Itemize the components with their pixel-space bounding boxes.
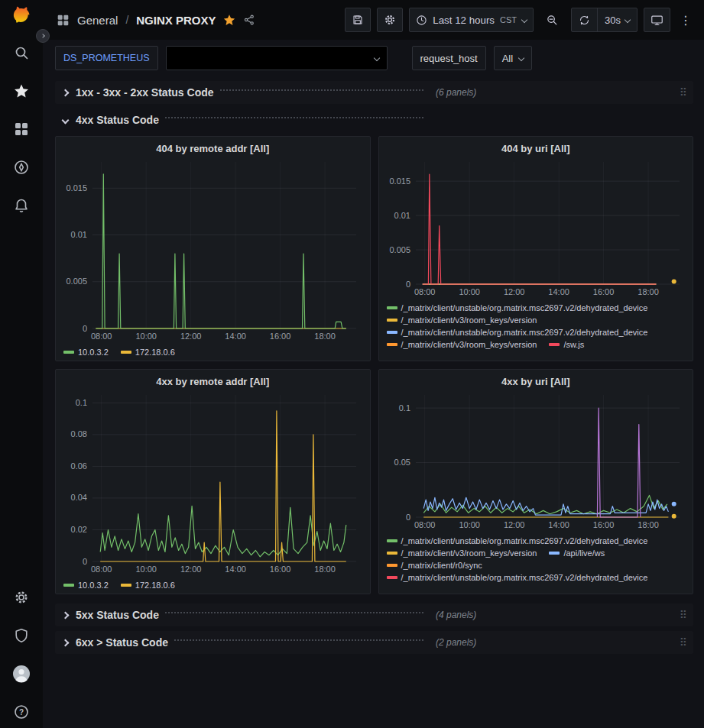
apps-grid-icon[interactable] (57, 14, 70, 27)
panel-4xx-by-remote-addr: 4xx by remote addr [All]08:0010:0012:001… (55, 369, 371, 594)
share-icon[interactable] (243, 14, 255, 26)
refresh-interval-dropdown[interactable]: 30s (597, 8, 637, 31)
chevron-down-icon (521, 17, 527, 23)
clock-icon (416, 15, 427, 26)
svg-text:0.005: 0.005 (389, 245, 410, 254)
datasource-select[interactable] (166, 46, 388, 70)
sidebar-expand-button[interactable] (36, 29, 50, 43)
breadcrumb: General / NGINX PROXY (57, 14, 255, 27)
svg-text:12:00: 12:00 (503, 520, 524, 529)
sidebar-item-search[interactable] (8, 43, 34, 63)
sidebar-item-explore[interactable] (8, 157, 34, 177)
legend-swatch (549, 343, 560, 346)
legend-item[interactable]: /_matrix/client/unstable/org.matrix.msc2… (387, 573, 648, 582)
timezone-label: CST (500, 15, 517, 24)
sidebar: ? (0, 0, 43, 728)
panel-grid: 404 by remote addr [All]08:0010:0012:001… (55, 136, 693, 594)
legend-item[interactable]: /_matrix/client/r0/sync (387, 561, 482, 570)
sidebar-item-server-admin[interactable] (8, 626, 34, 645)
chart-canvas[interactable]: 08:0010:0012:0014:0016:0018:0000.020.040… (62, 389, 364, 578)
chevron-right-icon (62, 89, 70, 96)
panel-title[interactable]: 4xx by remote addr [All] (62, 373, 364, 389)
row-drag-handle[interactable]: ⠿ (680, 87, 687, 98)
legend-item[interactable]: 10.0.3.2 (63, 348, 109, 357)
legend-label: 10.0.3.2 (78, 348, 109, 357)
svg-text:18:00: 18:00 (637, 520, 659, 529)
request-host-select[interactable]: All (494, 46, 532, 70)
sidebar-item-configuration[interactable] (8, 587, 34, 607)
panel-title[interactable]: 404 by uri [All] (385, 140, 687, 156)
sidebar-item-profile[interactable] (8, 664, 34, 684)
sidebar-nav-bottom: ? (8, 587, 34, 722)
svg-text:0.015: 0.015 (389, 176, 410, 186)
sidebar-item-alerting[interactable] (8, 196, 34, 215)
legend-swatch (549, 552, 560, 555)
favorite-star-icon[interactable] (223, 14, 235, 26)
chart-canvas[interactable]: 08:0010:0012:0014:0016:0018:0000.0050.01… (62, 156, 364, 345)
legend-item[interactable]: /_matrix/client/v3/room_keys/version (387, 340, 537, 349)
refresh-button[interactable] (572, 8, 597, 31)
legend-item[interactable]: /api/live/ws (549, 548, 605, 558)
legend-label: /_matrix/client/v3/room_keys/version (401, 340, 537, 349)
more-options-button[interactable]: ⋮ (676, 8, 695, 32)
legend-swatch (121, 351, 131, 354)
row-header: 5xx Status Code (57, 609, 428, 621)
svg-text:16:00: 16:00 (270, 565, 291, 574)
legend-item[interactable]: /_matrix/client/v3/room_keys/version (387, 315, 537, 325)
row-5xx[interactable]: 5xx Status Code (4 panels) ⠿ (55, 603, 693, 626)
zoom-out-button[interactable] (540, 8, 565, 32)
legend-label: 10.0.3.2 (78, 581, 109, 590)
request-host-label-box: request_host (412, 46, 486, 70)
legend-item[interactable]: 10.0.3.2 (63, 581, 109, 590)
chart-svg: 08:0010:0012:0014:0016:0018:0000.050.1 (385, 389, 687, 531)
datasource-variable-label[interactable]: DS_PROMETHEUS (55, 46, 158, 70)
row-6xx[interactable]: 6xx > Status Code (2 panels) ⠿ (55, 631, 693, 654)
tv-mode-button[interactable] (644, 8, 670, 32)
legend-item[interactable]: /_matrix/client/unstable/org.matrix.msc2… (387, 328, 648, 337)
chart-canvas[interactable]: 08:0010:0012:0014:0016:0018:0000.050.1 (385, 389, 687, 533)
row-1xx-3xx-2xx[interactable]: 1xx - 3xx - 2xx Status Code (6 panels) ⠿ (55, 81, 693, 104)
refresh-interval-value: 30s (605, 15, 621, 26)
legend-label: /_matrix/client/r0/sync (401, 561, 482, 570)
svg-text:18:00: 18:00 (314, 565, 336, 574)
panel-404-by-uri: 404 by uri [All]08:0010:0012:0014:0016:0… (378, 136, 694, 361)
star-icon (14, 83, 29, 99)
shield-icon (14, 628, 29, 643)
dashboard-title[interactable]: NGINX PROXY (136, 14, 216, 27)
row-drag-handle[interactable]: ⠿ (680, 610, 687, 620)
save-dashboard-button[interactable] (345, 8, 371, 32)
row-4xx[interactable]: 4xx Status Code (55, 108, 693, 131)
legend-swatch (387, 564, 397, 567)
panel-title[interactable]: 404 by remote addr [All] (62, 140, 364, 156)
legend-label: /_matrix/client/unstable/org.matrix.msc2… (401, 303, 648, 312)
svg-text:0.04: 0.04 (71, 493, 87, 502)
sidebar-item-help[interactable]: ? (8, 702, 34, 722)
svg-text:08:00: 08:00 (91, 332, 112, 341)
chevron-right-icon (62, 639, 70, 646)
dashboard-settings-button[interactable] (377, 8, 403, 32)
time-range-picker[interactable]: Last 12 hours CST (409, 8, 534, 32)
grafana-logo[interactable] (8, 6, 34, 26)
chart-canvas[interactable]: 08:0010:0012:0014:0016:0018:0000.0050.01… (385, 156, 687, 300)
legend-item[interactable]: /sw.js (549, 340, 584, 349)
breadcrumb-section[interactable]: General (77, 14, 118, 27)
legend-item[interactable]: /_matrix/client/unstable/org.matrix.msc2… (387, 303, 648, 312)
legend-item[interactable]: /_matrix/client/unstable/org.matrix.msc2… (387, 536, 648, 545)
panel-title[interactable]: 4xx by uri [All] (385, 373, 687, 389)
row-drag-handle[interactable]: ⠿ (680, 637, 687, 648)
legend-item[interactable]: 172.18.0.6 (121, 581, 175, 590)
sidebar-item-starred[interactable] (8, 81, 34, 101)
legend-item[interactable]: 172.18.0.6 (121, 348, 175, 357)
legend-swatch (387, 306, 397, 309)
datasource-label[interactable]: DS_PROMETHEUS (63, 53, 150, 63)
chevron-down-icon (625, 17, 631, 23)
request-host-label: request_host (420, 53, 478, 64)
legend-item[interactable]: /_matrix/client/v3/room_keys/version (387, 548, 537, 558)
svg-text:18:00: 18:00 (637, 287, 659, 296)
svg-text:12:00: 12:00 (503, 287, 524, 296)
legend-swatch (387, 331, 397, 334)
bell-icon (14, 198, 29, 213)
kebab-icon: ⋮ (680, 13, 692, 28)
chevron-down-icon (62, 116, 70, 124)
sidebar-item-dashboards[interactable] (8, 119, 34, 139)
